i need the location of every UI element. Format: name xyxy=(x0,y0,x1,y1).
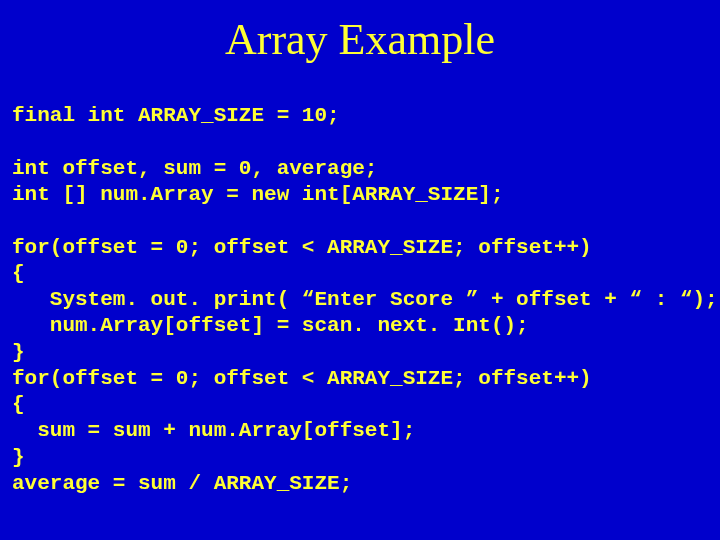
code-line: } xyxy=(12,341,25,364)
code-line: sum = sum + num.Array[offset]; xyxy=(12,419,415,442)
code-line: int [] num.Array = new int[ARRAY_SIZE]; xyxy=(12,183,503,206)
slide: Array Example final int ARRAY_SIZE = 10;… xyxy=(0,0,720,540)
code-line: } xyxy=(12,446,25,469)
code-line: final int ARRAY_SIZE = 10; xyxy=(12,104,340,127)
code-line: { xyxy=(12,262,25,285)
code-line: int offset, sum = 0, average; xyxy=(12,157,377,180)
code-block: final int ARRAY_SIZE = 10; int offset, s… xyxy=(12,77,708,523)
code-line: average = sum / ARRAY_SIZE; xyxy=(12,472,352,495)
code-line: { xyxy=(12,393,25,416)
code-line: System. out. print( “Enter Score ” + off… xyxy=(12,288,718,311)
code-line: num.Array[offset] = scan. next. Int(); xyxy=(12,314,529,337)
code-line: for(offset = 0; offset < ARRAY_SIZE; off… xyxy=(12,367,592,390)
code-line: for(offset = 0; offset < ARRAY_SIZE; off… xyxy=(12,236,592,259)
slide-title: Array Example xyxy=(12,14,708,65)
